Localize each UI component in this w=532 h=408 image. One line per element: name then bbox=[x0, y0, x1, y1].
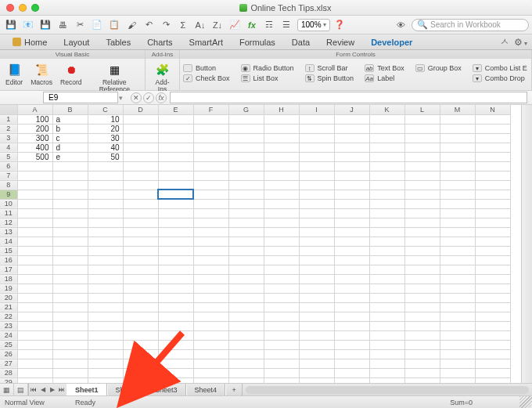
mail-icon[interactable]: 📧 bbox=[20, 18, 36, 32]
cell[interactable] bbox=[334, 124, 369, 133]
cell[interactable] bbox=[193, 265, 228, 274]
cell[interactable] bbox=[158, 283, 193, 293]
save-disk-icon[interactable]: 💾 bbox=[38, 18, 53, 32]
cell[interactable] bbox=[475, 180, 510, 190]
cell[interactable] bbox=[440, 161, 475, 171]
row-header[interactable]: 22 bbox=[0, 312, 17, 321]
cell[interactable] bbox=[228, 133, 264, 143]
col-header-E[interactable]: E bbox=[158, 105, 193, 114]
cell[interactable] bbox=[404, 152, 440, 161]
cell[interactable] bbox=[264, 114, 299, 124]
cell[interactable] bbox=[334, 180, 369, 190]
cell[interactable] bbox=[264, 340, 299, 349]
add-sheet-button[interactable]: + bbox=[225, 384, 243, 396]
cell[interactable] bbox=[228, 236, 264, 246]
row-header[interactable]: 19 bbox=[0, 283, 17, 293]
cell[interactable] bbox=[52, 180, 88, 190]
cell[interactable] bbox=[193, 283, 228, 293]
cell[interactable] bbox=[299, 312, 334, 321]
cell[interactable] bbox=[228, 208, 264, 218]
cell[interactable] bbox=[158, 274, 193, 283]
col-header-N[interactable]: N bbox=[475, 105, 510, 114]
cell[interactable] bbox=[123, 227, 158, 236]
cell[interactable] bbox=[158, 265, 193, 274]
cell[interactable] bbox=[228, 274, 264, 283]
formula-fx-button[interactable]: fx bbox=[156, 92, 167, 103]
cell[interactable] bbox=[299, 143, 334, 152]
cell[interactable] bbox=[228, 359, 264, 368]
cell[interactable] bbox=[52, 312, 88, 321]
cell[interactable] bbox=[17, 171, 52, 180]
redo-icon[interactable]: ↷ bbox=[158, 18, 174, 32]
row-header[interactable]: 21 bbox=[0, 302, 17, 312]
cell[interactable] bbox=[228, 283, 264, 293]
cell[interactable] bbox=[88, 321, 123, 330]
vb-editor-button[interactable]: 📘Editor bbox=[3, 60, 25, 87]
cell[interactable] bbox=[440, 359, 475, 368]
row-header[interactable]: 7 bbox=[0, 171, 17, 180]
cell[interactable] bbox=[123, 368, 158, 377]
copy-icon[interactable]: 📄 bbox=[89, 18, 105, 32]
cell[interactable] bbox=[299, 321, 334, 330]
cell[interactable] bbox=[404, 283, 440, 293]
cell[interactable] bbox=[52, 377, 88, 383]
cell[interactable] bbox=[299, 293, 334, 302]
cell[interactable] bbox=[228, 161, 264, 171]
col-header-J[interactable]: J bbox=[334, 105, 369, 114]
cell[interactable]: 300 bbox=[17, 133, 52, 143]
cell[interactable] bbox=[88, 255, 123, 265]
cell[interactable] bbox=[123, 312, 158, 321]
cell[interactable] bbox=[158, 218, 193, 227]
eye-icon[interactable]: ☰ bbox=[279, 18, 294, 32]
cell[interactable] bbox=[88, 236, 123, 246]
cell[interactable] bbox=[264, 190, 299, 199]
cell[interactable] bbox=[440, 340, 475, 349]
cell[interactable] bbox=[440, 218, 475, 227]
col-header-G[interactable]: G bbox=[228, 105, 264, 114]
cell[interactable] bbox=[193, 236, 228, 246]
vb-relative-ref-button[interactable]: ▦Relative Reference bbox=[88, 60, 142, 93]
row-header[interactable]: 5 bbox=[0, 152, 17, 161]
cell[interactable] bbox=[369, 171, 404, 180]
cell[interactable] bbox=[369, 302, 404, 312]
cell[interactable] bbox=[264, 349, 299, 359]
cell[interactable] bbox=[158, 180, 193, 190]
cell[interactable] bbox=[52, 330, 88, 340]
cell[interactable] bbox=[264, 161, 299, 171]
cell[interactable] bbox=[475, 274, 510, 283]
col-header-D[interactable]: D bbox=[123, 105, 158, 114]
row-header[interactable]: 9 bbox=[0, 190, 17, 199]
row-header[interactable]: 26 bbox=[0, 349, 17, 359]
cell[interactable] bbox=[475, 171, 510, 180]
horizontal-scrollbar[interactable] bbox=[246, 386, 529, 394]
cell[interactable] bbox=[440, 124, 475, 133]
cell[interactable] bbox=[369, 143, 404, 152]
cell[interactable] bbox=[299, 377, 334, 383]
cell[interactable] bbox=[193, 190, 228, 199]
cell[interactable] bbox=[264, 199, 299, 208]
cell[interactable] bbox=[88, 161, 123, 171]
cell[interactable] bbox=[193, 208, 228, 218]
zoom-input[interactable]: 100%▾ bbox=[297, 19, 330, 31]
col-header-C[interactable]: C bbox=[88, 105, 123, 114]
autosum-icon[interactable]: Σ bbox=[175, 18, 191, 32]
cell[interactable] bbox=[158, 246, 193, 255]
cell[interactable] bbox=[334, 227, 369, 236]
cell[interactable] bbox=[193, 255, 228, 265]
cell[interactable] bbox=[264, 312, 299, 321]
format-painter-icon[interactable]: 🖌 bbox=[124, 18, 139, 32]
cell[interactable] bbox=[369, 293, 404, 302]
row-header[interactable]: 6 bbox=[0, 161, 17, 171]
cell[interactable] bbox=[193, 312, 228, 321]
cell[interactable] bbox=[88, 208, 123, 218]
cell[interactable] bbox=[88, 218, 123, 227]
sheet-tab-3[interactable]: Sheet3 bbox=[146, 384, 186, 396]
cell[interactable] bbox=[299, 265, 334, 274]
cell[interactable] bbox=[17, 265, 52, 274]
cell[interactable] bbox=[369, 227, 404, 236]
cell[interactable] bbox=[334, 255, 369, 265]
cell[interactable] bbox=[123, 143, 158, 152]
cell[interactable] bbox=[404, 246, 440, 255]
cell[interactable] bbox=[264, 246, 299, 255]
cell[interactable] bbox=[475, 302, 510, 312]
